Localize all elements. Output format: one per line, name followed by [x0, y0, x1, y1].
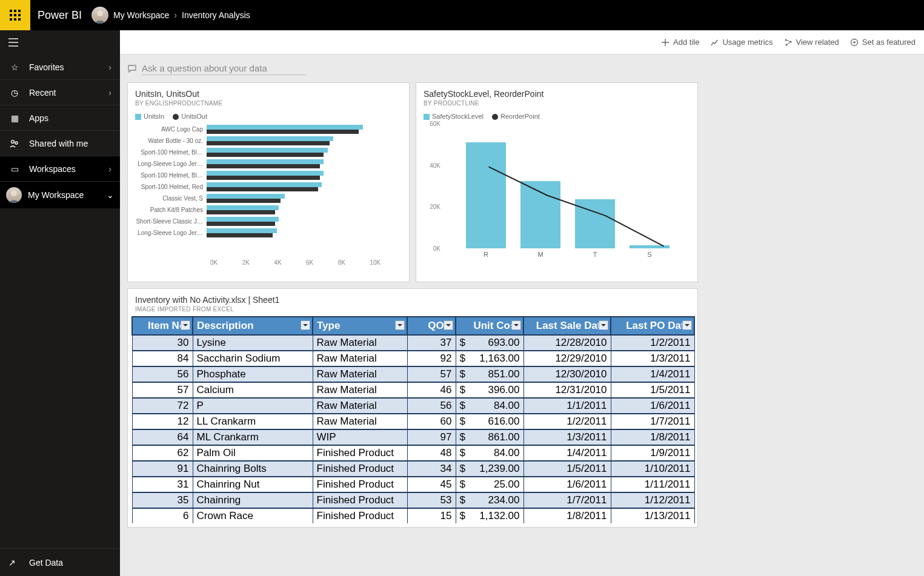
th-label: Type: [317, 320, 340, 331]
nav-label: Get Data: [29, 558, 63, 568]
filter-icon[interactable]: [395, 320, 405, 330]
table-row: 84Saccharin SodiumRaw Material92$1,163.0…: [132, 351, 694, 366]
bar-row: AWC Logo Cap: [135, 124, 402, 135]
arrow-icon: ↗: [8, 558, 21, 568]
legend-label: UnitsOut: [181, 113, 207, 120]
th-last-po[interactable]: Last PO Date: [611, 317, 694, 335]
chevron-right-icon: ›: [108, 62, 111, 72]
set-featured-button[interactable]: Set as featured: [850, 38, 916, 47]
bar-row: Sport-100 Helmet, Red: [135, 181, 402, 193]
legend-label: SafetyStockLevel: [432, 113, 484, 120]
th-type[interactable]: Type: [313, 317, 407, 335]
filter-icon[interactable]: [444, 320, 453, 330]
dashboard-canvas: Ask a question about your data UnitsIn, …: [120, 55, 924, 576]
view-related-button[interactable]: View related: [784, 38, 839, 47]
filter-icon[interactable]: [181, 320, 190, 330]
nav-workspaces[interactable]: ▭ Workspaces ›: [0, 156, 120, 182]
nav-label: Workspaces: [29, 164, 76, 174]
bar-label: Long-Sleeve Logo Jer…: [135, 230, 207, 236]
nav-recent[interactable]: ◷ Recent ›: [0, 80, 120, 105]
th-label: Last PO Date: [626, 320, 690, 331]
svg-rect-3: [10, 14, 12, 16]
filter-icon[interactable]: [599, 320, 608, 330]
nav-favorites[interactable]: ☆ Favorites ›: [0, 55, 120, 80]
usage-metrics-button[interactable]: Usage metrics: [710, 38, 773, 47]
bar-label: Classic Vest, S: [135, 195, 207, 202]
btn-label: Add tile: [673, 38, 699, 47]
bar-row: Water Bottle - 30 oz.: [135, 135, 402, 147]
app-launcher-icon[interactable]: [0, 0, 30, 30]
th-label: Description: [197, 320, 254, 331]
qna-row[interactable]: Ask a question about your data: [127, 59, 917, 82]
filter-icon[interactable]: [301, 320, 310, 330]
table-row: 56PhosphateRaw Material57$851.0012/30/20…: [132, 366, 694, 382]
bar-row: Sport-100 Helmet, Bl…: [135, 170, 402, 181]
bar-label: AWC Logo Cap: [135, 126, 207, 133]
bar-row: Short-Sleeve Classic J…: [135, 216, 402, 227]
svg-point-9: [97, 10, 103, 16]
tile-excel-inventory[interactable]: Inventory with No Activity.xlsx | Sheet1…: [127, 288, 698, 528]
th-unit-cost[interactable]: Unit Cost: [456, 317, 523, 335]
add-tile-button[interactable]: Add tile: [661, 38, 699, 47]
nav-my-workspace[interactable]: My Workspace ⌄: [0, 182, 120, 208]
svg-rect-5: [18, 14, 21, 16]
qna-input[interactable]: Ask a question about your data: [142, 63, 305, 75]
top-bar: Power BI My Workspace › Inventory Analys…: [0, 0, 924, 30]
breadcrumb-workspace[interactable]: My Workspace: [113, 10, 169, 20]
nav-label: Shared with me: [29, 139, 88, 148]
th-qoh[interactable]: QOH: [407, 317, 456, 335]
th-description[interactable]: Description: [193, 317, 313, 335]
hamburger-icon[interactable]: [0, 30, 120, 55]
bar-row: Long-Sleeve Logo Jer…: [135, 158, 402, 170]
bar-label: Water Bottle - 30 oz.: [135, 137, 207, 144]
table-row: 6Crown RaceFinished Product15$1,132.001/…: [132, 508, 694, 523]
x-axis: RMTS: [448, 251, 685, 263]
svg-rect-7: [14, 18, 16, 21]
bar-label: Sport-100 Helmet, Red: [135, 184, 207, 190]
avatar: [91, 7, 108, 24]
legend: SafetyStockLevel ReorderPoint: [424, 113, 690, 120]
tile-units-in-out[interactable]: UnitsIn, UnitsOut BY ENGLISHPRODUCTNAME …: [127, 82, 410, 282]
tile-safety-stock[interactable]: SafetyStockLevel, ReorderPoint BY PRODUC…: [416, 82, 698, 282]
breadcrumb-page[interactable]: Inventory Analysis: [182, 10, 250, 20]
btn-label: View related: [796, 38, 839, 47]
bar-label: Short-Sleeve Classic J…: [135, 218, 207, 225]
svg-point-13: [12, 140, 15, 143]
nav-get-data[interactable]: ↗ Get Data: [0, 548, 120, 576]
bar-row: Classic Vest, S: [135, 193, 402, 204]
btn-label: Usage metrics: [722, 38, 773, 47]
svg-rect-8: [18, 18, 21, 21]
apps-icon: ▦: [8, 113, 21, 123]
svg-rect-2: [18, 10, 21, 12]
table-row: 91Chainring BoltsFinished Product34$1,23…: [132, 461, 694, 477]
th-item-no[interactable]: Item No.: [132, 317, 193, 335]
table-row: 12LL CrankarmRaw Material60$616.001/2/20…: [132, 414, 694, 429]
chevron-right-icon: ›: [169, 10, 182, 20]
svg-rect-4: [14, 14, 16, 16]
tile-subtitle: IMAGE IMPORTED FROM EXCEL: [135, 306, 690, 313]
tile-title: UnitsIn, UnitsOut: [135, 89, 402, 99]
legend-label: ReorderPoint: [500, 113, 540, 120]
bar-row: Long-Sleeve Logo Jer…: [135, 227, 402, 239]
svg-point-20: [853, 41, 856, 44]
bar-row: Patch Kit/8 Patches: [135, 204, 402, 216]
line-overlay: [448, 126, 685, 248]
nav-apps[interactable]: ▦ Apps: [0, 105, 120, 131]
shared-icon: [8, 139, 21, 148]
table-row: 57CalciumRaw Material46$396.0012/31/2010…: [132, 382, 694, 398]
table-row: 62Palm OilFinished Product48$84.001/4/20…: [132, 445, 694, 461]
th-last-sale[interactable]: Last Sale Date: [523, 317, 611, 335]
bar-label: Sport-100 Helmet, Bl…: [135, 172, 207, 179]
x-axis: 0K2K4K6K8K10K: [210, 259, 402, 266]
chevron-down-icon: ⌄: [107, 190, 114, 200]
bar-label: Long-Sleeve Logo Jer…: [135, 161, 207, 167]
brand-label: Power BI: [30, 9, 91, 22]
dashboard-toolbar: Add tile Usage metrics View related Set …: [120, 30, 924, 55]
filter-icon[interactable]: [511, 320, 521, 330]
nav-shared[interactable]: Shared with me: [0, 131, 120, 156]
svg-point-14: [15, 142, 18, 144]
btn-label: Set as featured: [862, 38, 916, 47]
svg-point-15: [11, 190, 17, 196]
filter-icon[interactable]: [682, 320, 692, 330]
avatar: [6, 187, 22, 203]
